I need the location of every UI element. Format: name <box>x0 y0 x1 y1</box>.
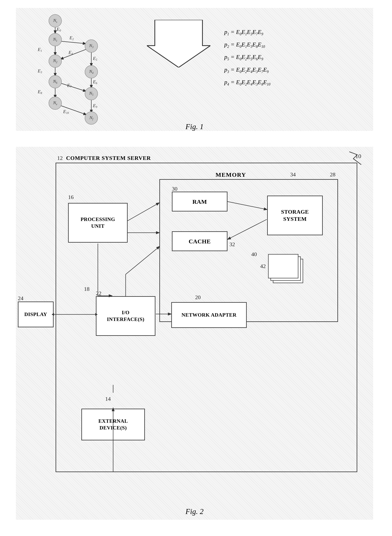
down-arrow-svg <box>147 20 210 67</box>
path-p3: p3 = E0E2E4E3E7E9 <box>224 65 363 74</box>
svg-line-52 <box>126 247 159 274</box>
svg-text:E7: E7 <box>67 83 72 88</box>
svg-text:E6: E6 <box>93 79 97 85</box>
ref-18: 18 <box>84 286 89 292</box>
memory-label: MEMORY <box>215 171 246 178</box>
ref-34: 34 <box>290 171 296 178</box>
memory-box: 28 MEMORY 34 RAM 30 CACHE 32 STORAGE SYS… <box>159 179 338 322</box>
svg-line-7 <box>61 83 86 91</box>
path-p2: p2 = E0E1E3E8E10 <box>224 40 363 49</box>
svg-text:E5: E5 <box>93 56 97 61</box>
ram-box: RAM <box>172 192 228 212</box>
storage-box: STORAGE SYSTEM <box>267 196 323 235</box>
ref-14: 14 <box>105 396 111 402</box>
svg-text:E3: E3 <box>37 68 42 74</box>
processing-box: PROCESSING UNIT <box>68 203 128 243</box>
svg-text:E2: E2 <box>69 35 74 41</box>
ref-30: 30 <box>172 186 177 192</box>
ref-40: 40 <box>251 251 257 258</box>
svg-line-2 <box>61 41 86 44</box>
svg-text:E8: E8 <box>37 89 42 95</box>
network-adapter-box: NETWORK ADAPTER <box>171 302 247 328</box>
svg-text:E0: E0 <box>56 27 61 32</box>
svg-line-4 <box>61 49 87 59</box>
ref-42: 42 <box>260 263 266 269</box>
path-p4: p4 = E0E2E4E3E8E10 <box>224 78 363 87</box>
ref-32: 32 <box>229 241 235 248</box>
svg-text:E1: E1 <box>37 47 42 52</box>
display-box: DISPLAY <box>18 301 54 327</box>
svg-line-44 <box>228 202 267 209</box>
io-box: I/O INTERFACE(S) <box>96 296 155 336</box>
path-p5: p5 = E0E2E5E6E9 <box>224 53 363 62</box>
svg-marker-40 <box>147 20 210 67</box>
ref-20: 20 <box>195 294 201 300</box>
fig2-label: Fig. 2 <box>186 507 204 516</box>
svg-text:E9: E9 <box>93 103 97 109</box>
fig1-label: Fig. 1 <box>186 122 204 131</box>
ref-12: 12 <box>57 155 63 161</box>
svg-rect-43 <box>268 254 298 278</box>
ref-28: 28 <box>330 171 336 178</box>
cache-box: CACHE <box>172 231 228 251</box>
svg-line-46 <box>128 203 159 221</box>
fig2-section: 10 12 COMPUTER SYSTEM SERVER 28 MEMORY 3… <box>16 147 373 520</box>
computer-system-label: COMPUTER SYSTEM SERVER <box>66 155 151 161</box>
paths-area: p1 = E0E1E3E7E9 p2 = E0E1E3E8E10 p5 = E0… <box>224 28 363 90</box>
ref-22: 22 <box>96 290 101 296</box>
external-devices-box: EXTERNAL DEVICE(S) <box>81 409 145 440</box>
svg-text:E4: E4 <box>68 50 73 55</box>
svg-text:E10: E10 <box>63 109 69 115</box>
stacked-pages-icon <box>265 251 309 291</box>
svg-line-45 <box>228 219 267 239</box>
ref-24: 24 <box>18 295 23 301</box>
path-p1: p1 = E0E1E3E7E9 <box>224 28 363 37</box>
fig1-section: E0 E1 E2 E3 E4 E5 E6 E7 E8 E9 E10 Ns N1 … <box>16 8 373 131</box>
graph-svg: E0 E1 E2 E3 E4 E5 E6 E7 E8 E9 E10 Ns N1 … <box>26 10 129 127</box>
ref-16: 16 <box>68 194 74 200</box>
